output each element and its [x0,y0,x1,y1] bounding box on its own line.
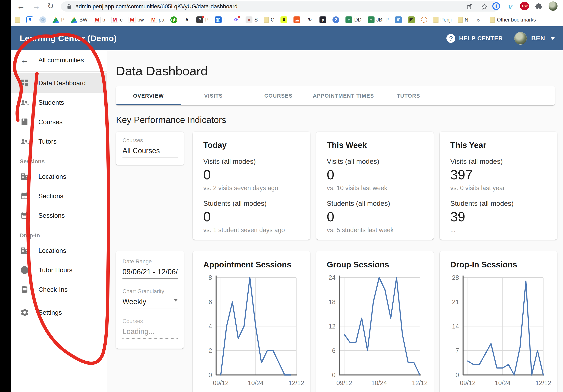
user-menu[interactable]: BEN [514,32,555,45]
sidebar-item-locations[interactable]: Locations [11,241,107,260]
bookmark-gmail-c[interactable]: Mc [111,17,123,23]
sidebar-item-sessions[interactable]: Sessions [11,206,107,225]
bookmark-soundcloud[interactable]: ☁ [294,16,300,23]
bookmark-swirl[interactable]: ⟳ [232,16,240,23]
bookmarks-bar: 5✿PBWMbMcMbwMpaqbAPP▯▯F⟳●SC⬇☁↻p2+DD+JBFP… [11,13,563,26]
kpi-metric-label: Visits (all modes) [327,158,423,165]
tab-appointment-times[interactable]: Appointment Times [311,86,376,105]
sidebar-item-tutor-hours[interactable]: Tutor Hours [11,260,107,280]
kpi-metric-value: 397 [450,167,547,183]
vimeo-extension-icon[interactable]: v [506,2,515,11]
svg-text:7: 7 [456,347,459,354]
bookmark-folder[interactable] [15,17,20,23]
kpi-metric-compare: ... [450,226,547,234]
calendar-icon [20,192,29,200]
bookmark-drive-p[interactable]: P [52,17,64,23]
bookmark-star-icon[interactable] [481,3,488,11]
kpi-metric-value: 0 [327,167,423,183]
courses-filter-select[interactable]: All Courses [122,147,177,155]
bookmark-quickbooks[interactable]: qb [170,16,177,23]
svg-text:14: 14 [452,323,459,330]
bookmark-pandora[interactable]: p [320,16,326,23]
browser-forward-icon[interactable]: → [32,2,40,11]
chart-title: Drop-In Sessions [450,260,557,269]
bookmark-tree-icon: ✿ [39,16,46,23]
bookmark-folder-c[interactable]: C [264,17,274,23]
bookmarks-overflow-chevron[interactable]: » [476,16,480,23]
chart-courses-loading[interactable]: Loading... [122,327,177,336]
bookmark-folder-penji[interactable]: Penji [434,17,452,23]
bookmark-folder-c-icon [264,17,269,23]
bookmark-folder-icon [15,17,20,23]
browser-profile-avatar[interactable] [549,2,558,11]
kpi-card-this-week: This WeekVisits (all modes)0vs. 10 visit… [316,132,434,240]
bookmark-calendar-icon: 5 [26,16,33,23]
sidebar-item-label: Check-Ins [38,286,68,294]
bookmark-sheet-dd[interactable]: +DD [345,16,361,23]
sidebar-item-check-ins[interactable]: Check-Ins [11,280,107,299]
address-bar[interactable]: admin.penjiapp.com/communities/605LqKVyU… [61,1,499,12]
onepassword-extension-icon[interactable] [492,2,501,11]
adblock-plus-extension-icon[interactable]: ABP [520,2,529,11]
svg-text:0: 0 [209,371,212,379]
tab-tutors[interactable]: Tutors [376,86,441,105]
bookmark-green-black[interactable]: ◤ [408,16,415,23]
bookmark-label: JBFP [376,17,389,23]
sidebar-item-settings[interactable]: Settings [11,303,107,322]
bookmark-gmail-bw-icon: M [128,17,135,23]
chart-card-group-sessions: Group Sessions0612182409/1210/2412/12 [316,251,434,392]
bookmark-blue-bird[interactable]: ❦ [395,16,402,23]
svg-text:24: 24 [329,274,335,281]
date-range-input[interactable]: 09/06/21 - 12/06/2 [122,268,178,276]
svg-text:21: 21 [452,298,459,306]
bookmark-sheet-jbfp[interactable]: +JBFP [368,16,389,23]
tab-visits[interactable]: Visits [181,86,246,105]
sidebar-item-courses[interactable]: Courses [11,112,107,132]
sidebar-item-data-dashboard[interactable]: Data Dashboard [11,73,107,93]
input-underline [122,278,178,279]
browser-back-icon[interactable]: ← [17,2,25,11]
sidebar-item-locations[interactable]: Locations [11,167,107,186]
bookmark-gmail-pa[interactable]: Mpa [150,17,164,23]
bookmark-aframe[interactable]: A [183,16,190,23]
other-bookmarks-folder[interactable]: Other bookmarks [490,17,536,23]
bookmark-blue-bird-icon: ❦ [395,16,402,23]
bookmark-drive-bw-icon [71,17,77,23]
help-center-button[interactable]: ? HELP CENTER [447,34,509,43]
bookmark-tree[interactable]: ✿ [39,16,46,23]
extensions-puzzle-icon[interactable] [534,2,543,11]
kpi-metric-value: 0 [203,209,300,224]
bookmark-p-dark[interactable]: PP [196,16,209,23]
bookmark-basecamp[interactable]: 2 [333,16,339,23]
people-icon [20,98,29,107]
input-underline [122,157,178,158]
sidebar-item-all-communities[interactable]: ←All communities [11,50,107,70]
bookmark-download[interactable]: ⬇ [281,16,287,23]
sidebar-item-students[interactable]: Students [11,93,107,112]
browser-toolbar: ← → ↻ admin.penjiapp.com/communities/605… [11,0,563,13]
bookmark-folder-penji-icon [434,17,438,23]
bookmark-calendar[interactable]: 5 [26,16,33,23]
bookmark-trello[interactable]: ▯▯F [215,16,227,23]
bookmark-loop[interactable]: ↻ [307,16,313,23]
bookmark-s-gray[interactable]: ●S [245,16,258,23]
browser-reload-icon[interactable]: ↻ [47,2,54,11]
tab-courses[interactable]: Courses [246,86,311,105]
bookmark-drive-bw[interactable]: BW [71,17,88,23]
svg-text:18: 18 [329,298,335,306]
bookmark-label: BW [79,17,88,23]
sidebar-divider [11,227,107,227]
bookmark-folder-n[interactable]: N [458,17,468,23]
kpi-metric-compare: vs. 0 visits last year [450,184,547,192]
bookmark-gmail-b[interactable]: Mb [94,17,105,23]
bookmark-dotted-circle[interactable] [421,17,427,23]
screenshot-stage: ← → ↻ admin.penjiapp.com/communities/605… [0,0,563,392]
share-icon[interactable] [466,3,473,11]
sidebar-item-tutors[interactable]: Tutors [11,132,107,151]
chart-courses-label: Courses [122,318,177,324]
bookmark-gmail-bw[interactable]: Mbw [128,17,144,23]
sidebar-item-sections[interactable]: Sections [11,186,107,206]
tab-overview[interactable]: Overview [116,86,181,105]
granularity-select[interactable]: Weekly [122,297,146,306]
url-text: admin.penjiapp.com/communities/605LqKVyU… [76,3,237,10]
